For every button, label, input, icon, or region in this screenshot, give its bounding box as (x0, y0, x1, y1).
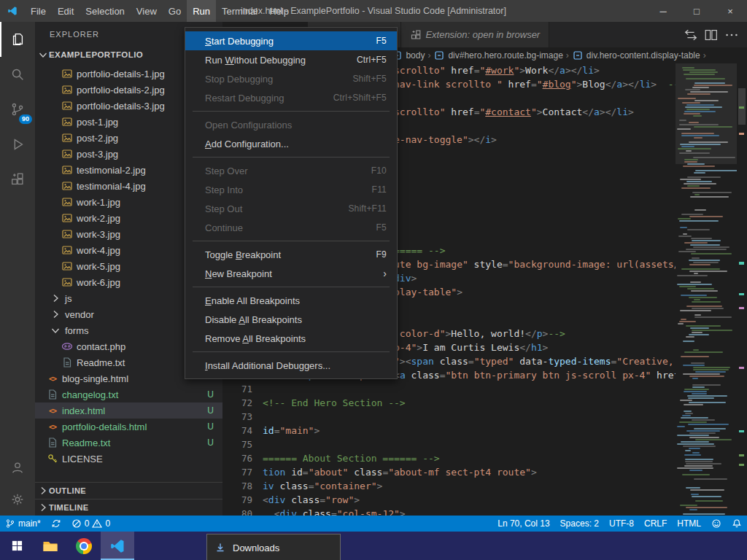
file-name: post-3.jpg (77, 149, 118, 160)
image-icon (61, 68, 73, 79)
activity-extensions[interactable] (0, 162, 35, 197)
cursor-position[interactable]: Ln 70, Col 13 (492, 516, 554, 532)
activity-source-control[interactable]: 90 (0, 92, 35, 127)
menu-edit[interactable]: Edit (52, 0, 80, 22)
file-portfolio-details.html[interactable]: <>portfolio-details.htmlU (35, 419, 222, 435)
chevron-right-icon (37, 485, 49, 497)
downloads-flyout[interactable]: Downloads (206, 534, 341, 560)
menu-item-run-without-debugging[interactable]: Run Without DebuggingCtrl+F5 (185, 50, 397, 69)
maximize-button[interactable]: □ (680, 0, 713, 22)
menu-terminal[interactable]: Terminal (216, 0, 263, 22)
code-row: 73 (222, 410, 676, 424)
menu-run[interactable]: Run (187, 0, 216, 22)
breadcrumb-item[interactable]: div#hero.hero.route.bg-image (433, 50, 562, 61)
chevron-down-icon (37, 49, 49, 61)
submenu-arrow-icon: › (383, 268, 387, 279)
menu-item-install-additional-debuggers[interactable]: Install Additional Debuggers... (185, 356, 397, 375)
menu-view[interactable]: View (131, 0, 163, 22)
menu-separator (193, 351, 390, 352)
menu-item-new-breakpoint[interactable]: New Breakpoint› (185, 264, 397, 283)
menu-selection[interactable]: Selection (80, 0, 130, 22)
menu-item-label: Step Over (205, 166, 248, 176)
menu-go[interactable]: Go (163, 0, 187, 22)
file-name: portfolio-details-1.jpg (77, 69, 165, 79)
file-name: work-3.jpg (77, 229, 120, 240)
notifications-bell[interactable] (727, 516, 747, 532)
settings-icon (9, 491, 26, 508)
scrollbar-thumb[interactable] (738, 88, 746, 125)
menu-item-restart-debugging: Restart DebuggingCtrl+Shift+F5 (185, 88, 397, 107)
menu-file[interactable]: File (25, 0, 52, 22)
git-status-badge: U (207, 405, 214, 416)
minimize-button[interactable]: ─ (646, 0, 680, 22)
breadcrumb-label: div#hero.hero.route.bg-image (448, 50, 562, 61)
menu-item-shortcut: Shift+F11 (348, 203, 387, 214)
more-actions-button[interactable] (722, 26, 741, 44)
file-license[interactable]: LICENSE (35, 451, 222, 467)
image-icon (61, 100, 73, 112)
eol-setting[interactable]: CRLF (639, 516, 672, 532)
account-icon (9, 459, 26, 475)
line-number: 78 (222, 481, 263, 491)
code-line: id="main"> (263, 425, 320, 436)
activity-account[interactable] (0, 451, 35, 483)
activity-explorer[interactable] (0, 22, 35, 57)
taskbar-chrome[interactable] (67, 532, 101, 560)
menu-help[interactable]: Help (263, 0, 295, 22)
search-icon (9, 66, 26, 82)
image-icon (61, 164, 73, 176)
menu-item-label: Install Additional Debuggers... (205, 360, 330, 371)
taskbar-vscode[interactable] (101, 532, 134, 560)
encoding-setting[interactable]: UTF-8 (604, 516, 639, 532)
open-preview-button[interactable] (681, 26, 700, 44)
menu-item-toggle-breakpoint[interactable]: Toggle BreakpointF9 (185, 245, 397, 264)
taskbar-file-explorer[interactable] (34, 532, 67, 560)
image-icon (61, 276, 73, 288)
indentation-setting[interactable]: Spaces: 2 (555, 516, 604, 532)
menu-item-label: Run Without Debugging (205, 55, 306, 66)
feedback-button[interactable] (706, 516, 727, 532)
scrollbar[interactable] (737, 63, 747, 516)
activity-settings[interactable] (0, 483, 35, 516)
tab-extension-open-in-browser[interactable]: Extension: open in browser (401, 22, 549, 47)
file-name: index.html (62, 405, 105, 416)
split-editor-button[interactable] (702, 26, 721, 44)
git-status-badge: U (207, 421, 214, 432)
language-mode[interactable]: HTML (672, 516, 706, 532)
minimap[interactable] (676, 63, 737, 516)
menu-item-label: Open Configurations (205, 120, 292, 131)
file-name: work-1.jpg (77, 197, 120, 208)
line-number: 80 (222, 508, 263, 516)
sync-button[interactable] (46, 516, 66, 532)
activity-run-debug[interactable] (0, 127, 35, 162)
close-button[interactable]: × (713, 0, 747, 22)
activity-search[interactable] (0, 57, 35, 92)
file-index.html[interactable]: <>index.htmlU (35, 402, 222, 419)
git-branch-status[interactable]: main* (0, 516, 46, 532)
git-status-badge: U (207, 438, 214, 448)
menu-item-label: Step Into (205, 184, 243, 195)
image-icon (61, 196, 73, 208)
panel-timeline[interactable]: TIMELINE (35, 499, 222, 516)
sidebar-panels: OUTLINETIMELINE (35, 482, 222, 516)
breadcrumb-separator-icon: › (566, 50, 569, 61)
panel-outline[interactable]: OUTLINE (35, 482, 222, 499)
file-name: portfolio-details-2.jpg (77, 85, 165, 96)
menu-item-remove-all-breakpoints[interactable]: Remove All Breakpoints (185, 329, 397, 348)
problems-status[interactable]: 00 (66, 516, 115, 532)
file-changelog.txt[interactable]: changelog.txtU (35, 386, 222, 402)
file-readme.txt[interactable]: Readme.txtU (35, 435, 222, 451)
menu-item-shortcut: F9 (376, 249, 387, 260)
breadcrumb-label: body (406, 50, 425, 61)
menu-item-add-configuration[interactable]: Add Configuration... (185, 134, 397, 153)
extensions-icon (410, 29, 422, 41)
code-line: tion id="about" class="about-mf sect-pt4… (263, 467, 537, 478)
taskbar-start[interactable] (0, 532, 34, 560)
menu-item-enable-all-breakpoints[interactable]: Enable All Breakpoints (185, 291, 397, 310)
breadcrumb-item[interactable]: div.hero-content.display-table (572, 50, 700, 61)
menu-item-disable-all-breakpoints[interactable]: Disable All Breakpoints (185, 310, 397, 329)
file-name: work-6.jpg (77, 277, 120, 288)
scm-changes-badge: 90 (19, 114, 32, 124)
code-row: 80 <div class="col-sm-12"> (222, 507, 676, 516)
menu-item-start-debugging[interactable]: Start DebuggingF5 (185, 31, 397, 50)
